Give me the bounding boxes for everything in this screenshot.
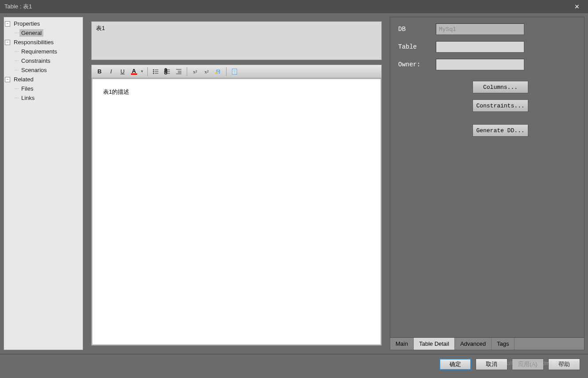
generate-ddl-button[interactable]: Generate DD... — [473, 124, 528, 137]
tree-label: Responsibilities — [12, 38, 55, 46]
close-icon[interactable]: × — [570, 0, 584, 13]
tree-node-general[interactable]: ⋯ General — [5, 28, 82, 38]
name-input-box[interactable]: 表1 — [91, 21, 382, 60]
subscript-button[interactable]: x2 — [201, 66, 212, 77]
tab-main[interactable]: Main — [390, 338, 414, 350]
font-color-button[interactable]: A — [129, 66, 139, 77]
collapse-icon[interactable]: − — [5, 40, 10, 45]
collapse-icon[interactable]: − — [5, 21, 10, 27]
tree-node-related[interactable]: − Related — [5, 75, 82, 84]
owner-field[interactable] — [436, 59, 524, 70]
tree-branch-icon: ⋯ — [15, 95, 19, 100]
svg-point-6 — [153, 73, 154, 74]
tree-label: Links — [19, 94, 36, 102]
table-field[interactable] — [436, 41, 524, 53]
separator — [187, 67, 187, 76]
svg-point-4 — [153, 71, 154, 72]
columns-button[interactable]: Columns... — [473, 81, 528, 93]
tree-label: General — [19, 29, 43, 37]
tree-label: Properties — [12, 20, 42, 27]
italic-button[interactable]: I — [106, 66, 116, 77]
underline-button[interactable]: U — [117, 66, 128, 77]
tree-label: Scenarios — [19, 66, 49, 74]
separator — [226, 67, 227, 76]
rtf-toolbar: B I U A ▼ 123 x2 x2 — [92, 65, 381, 78]
separator — [147, 67, 148, 76]
tree-branch-icon: ⋯ — [15, 31, 19, 35]
hyperlink-button[interactable] — [213, 66, 223, 77]
window-title: Table : 表1 — [4, 3, 570, 11]
numbered-list-button[interactable]: 123 — [162, 66, 173, 77]
dialog-footer: 确定 取消 应用(A) 帮助 — [0, 354, 588, 374]
tab-table-detail[interactable]: Table Detail — [414, 338, 455, 350]
cancel-button[interactable]: 取消 — [476, 359, 507, 370]
svg-point-2 — [153, 69, 154, 70]
help-button[interactable]: 帮助 — [548, 359, 580, 370]
tree-node-links[interactable]: ⋯ Links — [5, 93, 82, 103]
owner-label: Owner: — [398, 61, 436, 68]
apply-button[interactable]: 应用(A) — [512, 359, 544, 370]
tree-label: Files — [19, 85, 35, 92]
main-area: − Properties ⋯ General − Responsibilitie… — [0, 13, 588, 354]
new-document-button[interactable] — [229, 66, 240, 77]
svg-text:3: 3 — [164, 69, 167, 75]
db-label: DB — [398, 26, 436, 33]
description-text: 表1的描述 — [103, 88, 129, 95]
svg-rect-1 — [131, 73, 137, 75]
constraints-button[interactable]: Constraints... — [473, 99, 528, 112]
name-value: 表1 — [96, 24, 105, 32]
center-panel: 表1 B I U A ▼ 123 — [87, 17, 386, 350]
outdent-button[interactable] — [173, 66, 184, 77]
tree-branch-icon: ⋯ — [15, 86, 19, 91]
tree-node-responsibilities[interactable]: − Responsibilities — [5, 38, 82, 47]
tree-label: Related — [12, 76, 35, 83]
svg-text:A: A — [132, 68, 136, 74]
db-field[interactable] — [436, 23, 524, 35]
tab-tags[interactable]: Tags — [492, 338, 515, 350]
table-detail-pane: DB Table Owner: Columns... Constraints..… — [390, 17, 584, 338]
description-editor: B I U A ▼ 123 x2 x2 — [91, 65, 382, 346]
bullet-list-button[interactable] — [150, 66, 161, 77]
table-label: Table — [398, 43, 436, 50]
tree-node-requirements[interactable]: ⋯ Requirements — [5, 47, 82, 56]
tree-branch-icon: ⋯ — [15, 58, 19, 63]
ok-button[interactable]: 确定 — [439, 359, 471, 370]
tree-branch-icon: ⋯ — [15, 68, 19, 73]
detail-tabs: Main Table Detail Advanced Tags — [390, 338, 584, 350]
chevron-down-icon[interactable]: ▼ — [140, 69, 145, 73]
tree-node-properties[interactable]: − Properties — [5, 19, 82, 28]
tree-node-scenarios[interactable]: ⋯ Scenarios — [5, 65, 82, 75]
tree-label: Constraints — [19, 57, 52, 65]
tab-advanced[interactable]: Advanced — [455, 338, 492, 350]
right-panel: DB Table Owner: Columns... Constraints..… — [390, 17, 584, 350]
collapse-icon[interactable]: − — [5, 77, 10, 82]
description-textarea[interactable]: 表1的描述 — [92, 79, 380, 344]
bold-button[interactable]: B — [94, 66, 105, 77]
nav-tree: − Properties ⋯ General − Responsibilitie… — [4, 17, 83, 350]
tree-branch-icon: ⋯ — [15, 49, 19, 54]
tree-node-files[interactable]: ⋯ Files — [5, 84, 82, 93]
superscript-button[interactable]: x2 — [190, 66, 200, 77]
title-bar: Table : 表1 × — [0, 0, 588, 13]
tree-node-constraints-nav[interactable]: ⋯ Constraints — [5, 56, 82, 65]
tree-label: Requirements — [19, 48, 59, 55]
